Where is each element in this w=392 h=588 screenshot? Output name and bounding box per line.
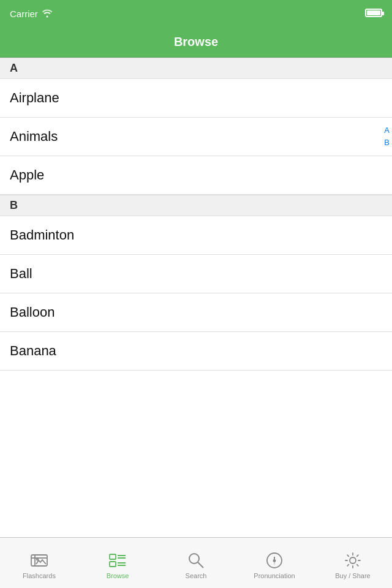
- list-item[interactable]: Airplane: [0, 79, 392, 118]
- list-item[interactable]: Badminton: [0, 216, 392, 255]
- tab-search[interactable]: Search: [157, 546, 235, 579]
- svg-line-11: [198, 562, 203, 568]
- svg-point-16: [350, 557, 356, 564]
- tab-browse[interactable]: Browse: [78, 546, 157, 579]
- search-icon: [187, 551, 205, 570]
- flashcards-icon: [30, 551, 48, 570]
- tab-pronunciation-label: Pronunciation: [254, 572, 295, 579]
- svg-rect-5: [110, 562, 116, 567]
- nav-bar: Browse: [0, 27, 392, 58]
- wifi-icon: [42, 9, 53, 19]
- svg-point-10: [189, 554, 199, 564]
- buy-share-icon: [344, 551, 362, 570]
- tab-buy-share[interactable]: Buy / Share: [314, 546, 392, 579]
- section-header-b: B: [0, 195, 392, 216]
- svg-rect-4: [110, 554, 116, 559]
- section-header-a: A: [0, 58, 392, 79]
- list-item[interactable]: Balloon: [0, 293, 392, 332]
- status-bar: Carrier: [0, 0, 392, 27]
- index-letter-a[interactable]: A: [384, 125, 390, 136]
- index-letter-b[interactable]: B: [384, 137, 390, 148]
- battery-container: [365, 9, 382, 19]
- list-item[interactable]: Ball: [0, 255, 392, 293]
- battery-icon: [365, 9, 382, 17]
- tab-flashcards[interactable]: Flashcards: [0, 546, 78, 579]
- pronunciation-icon: [265, 551, 284, 570]
- svg-point-14: [274, 560, 276, 562]
- status-bar-left: Carrier: [10, 9, 53, 19]
- tab-pronunciation[interactable]: Pronunciation: [235, 546, 314, 579]
- list-item[interactable]: Apple: [0, 156, 392, 195]
- tab-flashcards-label: Flashcards: [23, 572, 56, 579]
- page-title: Browse: [174, 35, 218, 49]
- svg-point-3: [37, 559, 39, 560]
- tab-browse-label: Browse: [107, 572, 129, 579]
- carrier-label: Carrier: [10, 9, 38, 19]
- browse-icon: [108, 551, 127, 570]
- index-overlay: A B: [382, 123, 392, 151]
- tab-search-label: Search: [186, 572, 207, 579]
- list-item[interactable]: Animals: [0, 118, 392, 156]
- list-item[interactable]: Banana: [0, 332, 392, 371]
- tab-bar: Flashcards Browse Search: [0, 537, 392, 588]
- list-container: A Airplane Animals Apple B Badminton Bal…: [0, 58, 392, 537]
- tab-buy-share-label: Buy / Share: [335, 572, 370, 579]
